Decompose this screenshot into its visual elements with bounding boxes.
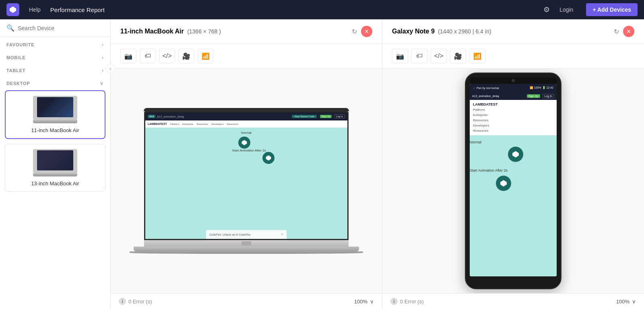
galaxy-panel-controls: ↻ ✕ xyxy=(614,26,634,37)
galaxy-panel-header: Galaxy Note 9 (1440 x 2960 | 6.4 in) ↻ ✕ xyxy=(382,19,644,44)
galaxy-video-button[interactable]: 🎥 xyxy=(450,49,466,63)
mobile-chevron-icon: › xyxy=(102,55,104,60)
search-input[interactable] xyxy=(18,25,104,31)
macbook-wifi-button[interactable]: 📶 xyxy=(198,49,214,63)
phone-logo: LAMBDATEST xyxy=(473,102,553,106)
device-card-label: 11-inch MacBook Air xyxy=(10,127,100,133)
galaxy-toolbar: 📷 🏷 </> 🎥 📶 xyxy=(382,44,644,68)
macbook-refresh-icon[interactable]: ↻ xyxy=(352,28,357,35)
macbook-code-button[interactable]: </> xyxy=(159,49,175,63)
desktop-label: DESKTOP xyxy=(6,81,30,86)
galaxy-error-icon: ℹ xyxy=(390,298,398,305)
macbook-error-count: 0 Error (s) xyxy=(128,299,152,305)
galaxy-error-count: 0 Error (s) xyxy=(400,299,424,305)
macbook-panel-footer: ℹ 0 Error (s) 100% ∨ xyxy=(111,293,382,309)
phone-notch xyxy=(470,77,557,84)
app-logo[interactable] xyxy=(6,3,19,16)
macbook-close-button[interactable]: ✕ xyxy=(361,26,372,37)
macbook-video-button[interactable]: 🎥 xyxy=(178,49,194,63)
galaxy-zoom-control[interactable]: 100% ∨ xyxy=(616,299,636,305)
macbook-error-badge: ℹ 0 Error (s) xyxy=(119,298,152,305)
phone-nav: LAMBDATEST Platform Enterprise Resources… xyxy=(470,100,557,135)
sidebar-item-tablet[interactable]: TABLET › xyxy=(0,63,110,76)
phone-screen: ← Pan by ravi kumar 📶 100% 🔋 12:42 A13_a… xyxy=(470,84,557,276)
device-card-macbook11[interactable]: 11-inch MacBook Air xyxy=(5,90,105,139)
galaxy-zoom-level: 100% xyxy=(616,299,630,305)
help-link[interactable]: Help xyxy=(29,6,41,13)
galaxy-tag-button[interactable]: 🏷 xyxy=(411,49,427,63)
sidebar-item-favourite[interactable]: FAVOURITE › xyxy=(0,37,110,50)
macbook-panel-header: 11-inch MacBook Air (1366 × 768 ) ↻ ✕ xyxy=(111,19,382,44)
galaxy-wifi-button[interactable]: 📶 xyxy=(469,49,485,63)
website-preview: A13 A13_animation_delay View Source Code… xyxy=(145,112,347,239)
content-area: 11-inch MacBook Air (1366 × 768 ) ↻ ✕ 📷 … xyxy=(111,19,644,309)
galaxy-viewport: ← Pan by ravi kumar 📶 100% 🔋 12:42 A13_a… xyxy=(382,68,644,293)
macbook-viewport: A13 A13_animation_delay View Source Code… xyxy=(111,68,382,293)
macbook-panel-title: 11-inch MacBook Air (1366 × 768 ) xyxy=(120,28,221,35)
phone-topbar: A13_animation_delay Sign Up Log In xyxy=(470,92,557,100)
device-card-macbook13[interactable]: 13-inch MacBook Air xyxy=(5,144,105,192)
sidebar-item-mobile[interactable]: MOBILE › xyxy=(0,50,110,63)
galaxy-panel-title: Galaxy Note 9 (1440 x 2960 | 6.4 in) xyxy=(392,28,491,35)
tablet-chevron-icon: › xyxy=(102,68,104,73)
macbook-panel-controls: ↻ ✕ xyxy=(352,26,372,37)
macbook-zoom-control[interactable]: 100% ∨ xyxy=(354,299,374,305)
sidebar: 🔍 ‹ FAVOURITE › MOBILE › TABLET › DESK xyxy=(0,19,111,309)
notification-bar: CodePen: Unlock all of CodePen ✕ xyxy=(206,230,287,239)
favourite-label: FAVOURITE xyxy=(6,42,34,47)
favourite-chevron-icon: › xyxy=(102,42,104,48)
macbook-screen: A13 A13_animation_delay View Source Code… xyxy=(144,111,349,240)
page-title: Performance Report xyxy=(50,6,105,13)
macbook-device: A13 A13_animation_delay View Source Code… xyxy=(130,108,363,254)
galaxy-error-badge: ℹ 0 Error (s) xyxy=(390,298,424,305)
zoom-chevron-icon: ∨ xyxy=(370,299,374,305)
add-devices-button[interactable]: + Add Devices xyxy=(586,3,638,16)
macbook-camera-button[interactable]: 📷 xyxy=(120,49,136,63)
galaxy-panel-footer: ℹ 0 Error (s) 100% ∨ xyxy=(382,293,644,309)
galaxy-zoom-chevron-icon: ∨ xyxy=(632,299,636,305)
sidebar-item-desktop[interactable]: DESKTOP ∨ xyxy=(0,76,110,89)
galaxy-panel: Galaxy Note 9 (1440 x 2960 | 6.4 in) ↻ ✕… xyxy=(382,19,644,309)
search-icon: 🔍 xyxy=(6,24,14,32)
main-layout: 🔍 ‹ FAVOURITE › MOBILE › TABLET › DESK xyxy=(0,19,644,309)
phone-bottom xyxy=(470,276,557,284)
phone-body: Normal Start Animation After 2s xyxy=(470,135,557,276)
search-bar: 🔍 xyxy=(0,19,110,37)
sidebar-collapse-button[interactable]: ‹ xyxy=(105,64,115,73)
login-link[interactable]: Login xyxy=(559,6,573,13)
error-icon: ℹ xyxy=(119,298,126,305)
device-card-label-2: 13-inch MacBook Air xyxy=(10,180,100,187)
device-list: 11-inch MacBook Air 13-inch MacBook Air xyxy=(0,89,110,198)
galaxy-camera-button[interactable]: 📷 xyxy=(392,49,408,63)
macbook-tag-button[interactable]: 🏷 xyxy=(140,49,156,63)
desktop-chevron-icon: ∨ xyxy=(100,81,104,86)
galaxy-device: ← Pan by ravi kumar 📶 100% 🔋 12:42 A13_a… xyxy=(465,73,561,289)
mobile-label: MOBILE xyxy=(6,55,26,60)
galaxy-close-button[interactable]: ✕ xyxy=(623,26,634,37)
topnav: Help Performance Report ⚙ Login + Add De… xyxy=(0,0,644,19)
galaxy-code-button[interactable]: </> xyxy=(431,49,447,63)
settings-icon[interactable]: ⚙ xyxy=(543,5,550,14)
phone-status-bar: ← Pan by ravi kumar 📶 100% 🔋 12:42 xyxy=(470,84,557,92)
macbook-panel: 11-inch MacBook Air (1366 × 768 ) ↻ ✕ 📷 … xyxy=(111,19,382,309)
macbook-zoom-level: 100% xyxy=(354,299,367,305)
tablet-label: TABLET xyxy=(6,68,25,73)
macbook-toolbar: 📷 🏷 </> 🎥 📶 xyxy=(111,44,382,68)
galaxy-refresh-icon[interactable]: ↻ xyxy=(614,28,619,35)
